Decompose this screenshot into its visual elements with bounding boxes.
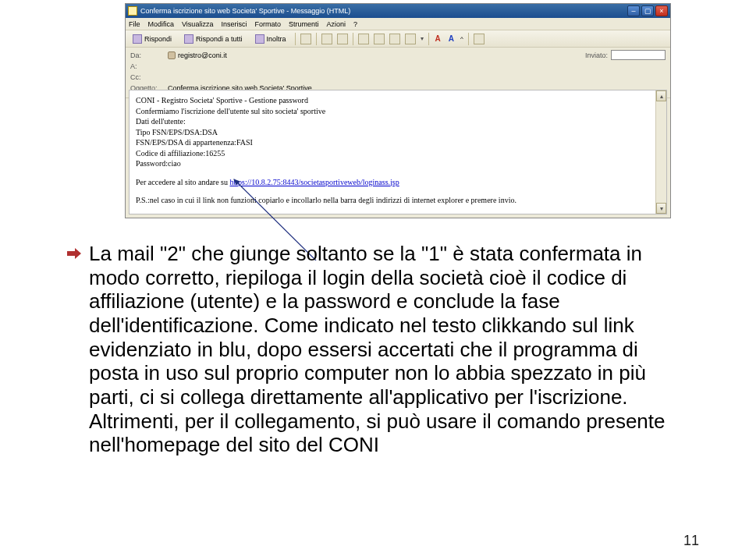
separator (428, 33, 429, 45)
body-line: P.S.:nel caso in cui il link non funzion… (136, 195, 660, 206)
to-label: A: (130, 62, 168, 70)
menu-inserisci[interactable]: Inserisci (221, 20, 247, 28)
next-icon[interactable] (405, 34, 416, 44)
delete-icon[interactable] (374, 34, 385, 44)
menu-help[interactable]: ? (353, 20, 357, 28)
app-icon (128, 6, 137, 16)
from-value: registro@coni.it (178, 51, 227, 59)
separator (295, 33, 296, 45)
body-line: CONI - Registro Societa' Sportive - Gest… (136, 95, 660, 106)
scroll-up-icon[interactable]: ▴ (656, 90, 666, 101)
minimize-button[interactable]: – (627, 5, 640, 16)
reply-all-button[interactable]: Rispondi a tutti (180, 33, 247, 45)
close-button[interactable]: × (655, 5, 668, 16)
reply-all-icon (184, 34, 193, 44)
bullet-arrow-icon (67, 248, 81, 259)
menu-file[interactable]: File (129, 20, 140, 28)
body-line: Password:ciao (136, 158, 660, 169)
login-link[interactable]: https://10.8.2.75:8443/societasportivewe… (230, 178, 399, 186)
menu-strumenti[interactable]: Strumenti (289, 20, 319, 28)
cc-label: Cc: (130, 73, 168, 81)
move-icon[interactable] (358, 34, 369, 44)
reply-all-label: Rispondi a tutti (196, 35, 243, 43)
reply-label: Rispondi (144, 35, 172, 43)
person-icon (168, 51, 176, 59)
separator (468, 33, 469, 45)
body-line: Codice di affiliazione:16255 (136, 148, 660, 159)
prev-icon[interactable] (389, 34, 400, 44)
slide-paragraph: La mail "2" che giunge soltanto se la "1… (89, 242, 682, 457)
window-title: Conferma iscrizione sito web Societa' Sp… (140, 7, 627, 15)
chevron-icon: ▾ (421, 35, 424, 42)
forward-button[interactable]: Inoltra (251, 33, 290, 45)
page-number: 11 (683, 533, 699, 549)
font-small-icon[interactable]: A (434, 34, 442, 43)
body-link-prefix: Per accedere al sito andare su (136, 178, 230, 186)
superscript-mark: ^ (460, 35, 463, 42)
separator (316, 33, 317, 45)
message-body: CONI - Registro Societa' Sportive - Gest… (129, 90, 667, 214)
scroll-down-icon[interactable]: ▾ (656, 203, 666, 214)
maximize-button[interactable]: ▢ (641, 5, 654, 16)
sent-label: Inviato: (585, 51, 608, 59)
toolbar: Rispondi Rispondi a tutti Inoltra ▾ A A … (126, 30, 670, 48)
reply-icon (133, 34, 142, 44)
body-line: FSN/EPS/DSA di appartenenza:FASI (136, 137, 660, 148)
folder-icon[interactable] (337, 34, 348, 44)
flag-icon[interactable] (321, 34, 332, 44)
menu-visualizza[interactable]: Visualizza (182, 20, 213, 28)
titlebar: Conferma iscrizione sito web Societa' Sp… (126, 4, 670, 18)
menu-azioni[interactable]: Azioni (326, 20, 346, 28)
email-window: Conferma iscrizione sito web Societa' Sp… (125, 3, 671, 218)
body-line: Tipo FSN/EPS/DSA:DSA (136, 127, 660, 138)
menu-bar: File Modifica Visualizza Inserisci Forma… (126, 18, 670, 30)
help-button-icon[interactable] (474, 34, 485, 44)
menu-formato[interactable]: Formato (254, 20, 281, 28)
body-line-link: Per accedere al sito andare su https://1… (136, 177, 660, 188)
reply-button[interactable]: Rispondi (129, 33, 176, 45)
body-line: Dati dell'utente: (136, 116, 660, 127)
forward-label: Inoltra (267, 35, 286, 43)
separator (353, 33, 353, 45)
from-label: Da: (130, 51, 168, 59)
forward-icon (255, 34, 264, 44)
vertical-scrollbar[interactable]: ▴ ▾ (655, 90, 666, 214)
body-line: Confermiamo l'iscrizione dell'utente sul… (136, 106, 660, 117)
font-large-icon[interactable]: A (447, 34, 456, 43)
print-icon[interactable] (300, 34, 311, 44)
menu-modifica[interactable]: Modifica (148, 20, 175, 28)
sent-field (611, 50, 666, 60)
